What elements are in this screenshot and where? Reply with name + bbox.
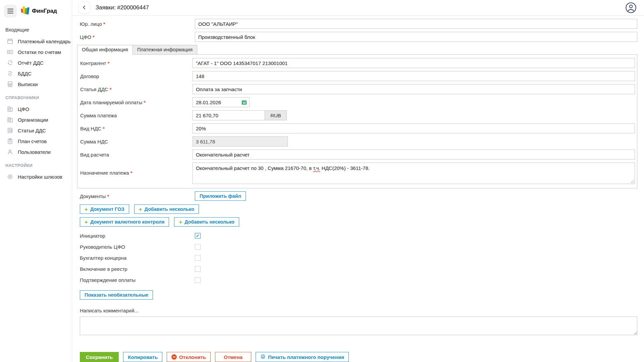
purpose-misspelled-word: т.ч.	[313, 165, 320, 171]
dds-article-label: Статья ДДС	[80, 86, 193, 92]
user-avatar-icon[interactable]	[625, 2, 637, 13]
checkbox-row-payment-confirmation: Подтверждение оплаты	[80, 276, 637, 285]
copy-button[interactable]: Копировать	[123, 352, 162, 362]
currency-addon[interactable]: RUB	[265, 110, 287, 120]
sidebar-nav: Входящие Платежный календарь Остатки по …	[0, 18, 72, 182]
app-logo: ФинГрад	[21, 6, 57, 16]
back-button[interactable]	[78, 2, 90, 14]
date-picker	[193, 97, 250, 107]
contract-label: Договор	[80, 73, 193, 79]
cfo-head-checkbox[interactable]	[195, 244, 201, 250]
add-currency-control-document-button[interactable]: + Документ валютного контроля	[80, 217, 169, 227]
sidebar-item-organizations[interactable]: Организации	[0, 114, 72, 125]
add-goz-document-button[interactable]: + Документ ГОЗ	[80, 204, 129, 214]
checkbox-row-initiator: Инициатор	[80, 231, 637, 240]
button-label: Добавить несколько	[184, 219, 234, 225]
document-buttons-row-2: + Документ валютного контроля + Добавить…	[80, 217, 637, 227]
plus-icon: +	[85, 219, 88, 225]
calendar-picker-icon[interactable]	[241, 99, 247, 105]
vat-amount-label: Сумма НДС	[80, 139, 193, 144]
nav-section-settings: НАСТРОЙКИ	[0, 157, 72, 171]
vat-type-label: Вид НДС	[80, 126, 193, 131]
payment-amount-input[interactable]	[193, 110, 265, 120]
building-icon	[7, 116, 13, 123]
hamburger-menu-button[interactable]	[4, 5, 17, 17]
contract-input[interactable]	[193, 71, 635, 81]
general-info-panel: Контрагент Договор Статья ДДС Дата плани…	[77, 54, 637, 188]
attach-file-button[interactable]: Приложить файл	[195, 191, 246, 201]
field-payment-amount: Сумма платежа RUB	[80, 110, 635, 120]
calc-type-label: Вид расчета	[80, 152, 193, 158]
sidebar-item-cfo[interactable]: ЦФО	[0, 104, 72, 114]
cfo-input[interactable]	[195, 32, 637, 42]
cancel-button[interactable]: Отмена	[215, 352, 251, 362]
calc-type-input[interactable]	[193, 149, 635, 160]
sidebar-item-label: План счетов	[18, 138, 47, 144]
nav-section-inbox: Входящие	[0, 25, 72, 36]
sidebar-item-account-balances[interactable]: Остатки по счетам	[0, 47, 72, 57]
save-button[interactable]: Сохранить	[80, 352, 119, 362]
brand-row: ФинГрад	[0, 3, 72, 18]
minus-circle-icon	[171, 354, 177, 360]
dds-article-input[interactable]	[193, 84, 635, 94]
sidebar-item-users[interactable]: Пользователи	[0, 146, 72, 157]
counterparty-input[interactable]	[193, 58, 635, 68]
payment-confirmation-checkbox[interactable]	[195, 277, 201, 283]
sidebar-item-payment-calendar[interactable]: Платежный календарь	[0, 36, 72, 47]
add-several-button[interactable]: + Добавить несколько	[134, 204, 199, 214]
counterparty-label: Контрагент	[80, 60, 193, 66]
sidebar-item-label: Пользователи	[18, 149, 51, 155]
accounts-icon	[7, 49, 13, 55]
concern-accountant-checkbox[interactable]	[195, 255, 201, 261]
user-icon	[7, 148, 13, 155]
sidebar-item-dds-report[interactable]: Отчёт ДДС	[0, 57, 72, 68]
print-payment-order-button[interactable]: Печать платежного поручения	[256, 352, 349, 362]
checkbox-row-concern-accountant: Бухгалтер концерна	[80, 253, 637, 262]
document-icon	[7, 127, 13, 134]
field-contract: Договор	[80, 71, 635, 81]
vat-type-input[interactable]	[193, 123, 635, 133]
show-optional-button[interactable]: Показать необязательные	[80, 290, 153, 300]
tab-general-info[interactable]: Общая информация	[77, 45, 133, 55]
cfo-label: ЦФО	[80, 34, 195, 40]
sidebar-item-chart-of-accounts[interactable]: План счетов	[0, 136, 72, 146]
purpose-text: Окончательный расчет по 30 , Сумма 21670…	[196, 165, 313, 171]
checkbox-row-registry-inclusion: Включение в реестр	[80, 264, 637, 274]
sidebar-item-label: ЦФО	[18, 106, 29, 112]
purpose-text: НДС(20%) - 3611-78.	[320, 165, 370, 171]
payment-amount-label: Сумма платежа	[80, 113, 193, 118]
add-several-button-2[interactable]: + Добавить несколько	[174, 217, 239, 227]
legal-entity-input[interactable]	[195, 19, 637, 29]
sidebar: ФинГрад Входящие Платежный календарь Ост…	[0, 0, 72, 362]
calendar-icon	[7, 38, 13, 45]
registry-inclusion-checkbox[interactable]	[195, 266, 201, 272]
topbar: Заявки: #200006447	[72, 0, 644, 16]
payment-confirmation-label: Подтверждение оплаты	[80, 277, 195, 283]
field-counterparty: Контрагент	[80, 58, 635, 68]
registry-inclusion-label: Включение в реестр	[80, 266, 195, 272]
action-buttons: Сохранить Копировать Отклонить Отмена Пе…	[80, 352, 637, 362]
vat-amount-input	[193, 136, 288, 146]
resize-grip-icon[interactable]	[630, 179, 634, 183]
button-label: Документ ГОЗ	[90, 206, 124, 212]
request-form: Юр. лицо ЦФО Общая информация Платежная …	[72, 16, 644, 362]
plus-icon: +	[179, 219, 182, 225]
reject-button[interactable]: Отклонить	[167, 352, 211, 362]
sidebar-item-statements[interactable]: Выписки	[0, 79, 72, 89]
field-payment-purpose: Назначение платежа Окончательный расчет …	[80, 163, 635, 184]
sidebar-item-gateway-settings[interactable]: Настройки шлюзов	[0, 171, 72, 182]
sidebar-item-bdds[interactable]: БДДС	[0, 68, 72, 79]
button-label: Документ валютного контроля	[90, 219, 164, 225]
checkbox-row-cfo-head: Руководитель ЦФО	[80, 242, 637, 251]
plus-icon: +	[139, 206, 142, 212]
sidebar-item-label: Настройки шлюзов	[18, 174, 62, 180]
comment-input[interactable]	[80, 316, 637, 335]
sidebar-item-dds-articles[interactable]: Статьи ДДС	[0, 125, 72, 136]
sidebar-item-label: Организации	[18, 117, 48, 123]
gear-icon	[7, 173, 13, 180]
initiator-checkbox[interactable]	[195, 233, 201, 239]
tab-payment-info[interactable]: Платежная информация	[133, 45, 197, 55]
field-calc-type: Вид расчета	[80, 149, 635, 160]
payment-purpose-input[interactable]: Окончательный расчет по 30 , Сумма 21670…	[193, 163, 635, 184]
printer-icon	[260, 354, 266, 360]
